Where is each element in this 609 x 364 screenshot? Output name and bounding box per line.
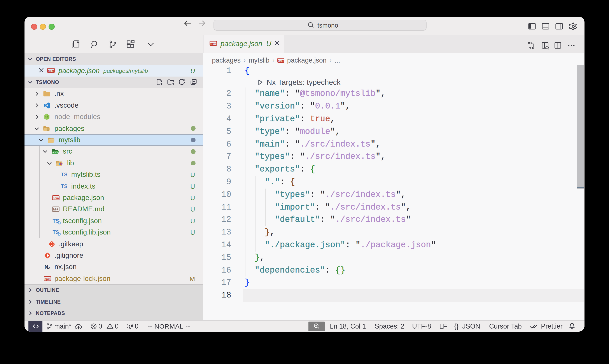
svg-text:npm: npm	[48, 69, 54, 72]
svg-text:JS: JS	[45, 116, 49, 119]
svg-text:npm: npm	[210, 42, 216, 45]
svg-text:npm: npm	[278, 59, 284, 62]
svg-text:npm: npm	[44, 277, 50, 280]
svg-text:M: M	[53, 208, 56, 211]
svg-text:npm: npm	[53, 196, 59, 200]
svg-text:</>: </>	[53, 151, 58, 155]
